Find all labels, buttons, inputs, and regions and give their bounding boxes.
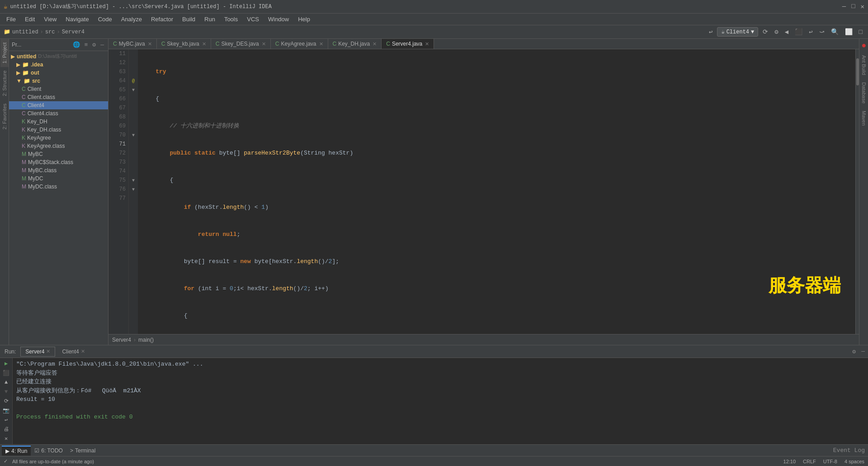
tree-item-keydh[interactable]: K Key_DH (9, 118, 108, 126)
tree-item-client-class[interactable]: C Client.class (9, 93, 108, 101)
fold-75[interactable]: ▼ (132, 178, 135, 183)
editor-scrollbar[interactable] (855, 49, 859, 334)
tree-item-mydc[interactable]: M MyDC (9, 174, 108, 183)
run-print-button[interactable]: 🖨 (2, 425, 11, 433)
refresh-icon[interactable]: ⟳ (761, 27, 770, 37)
tab-skey-kb[interactable]: C Skey_kb.java ✕ (157, 39, 211, 49)
ant-build-tab[interactable]: ● (858, 39, 868, 52)
sidebar-minimize-icon[interactable]: — (99, 41, 105, 49)
run-down-button[interactable]: ▼ (2, 388, 11, 395)
run-config-selector[interactable]: ☕ Client4 ▼ (717, 27, 758, 37)
tree-item-idea[interactable]: ▶ 📁 .idea (9, 61, 108, 69)
project-tab[interactable]: 1: Project (0, 39, 9, 67)
stop-icon[interactable]: ⬛ (793, 27, 804, 37)
server4-tab-close[interactable]: ✕ (425, 41, 429, 47)
mybc-tab-close[interactable]: ✕ (148, 41, 152, 47)
tree-item-keyagree[interactable]: K KeyAgree (9, 134, 108, 142)
nav-tab-terminal[interactable]: > Terminal (66, 446, 99, 455)
menu-item-tools[interactable]: Tools (220, 14, 242, 24)
run-close-btn[interactable]: ✕ (2, 435, 11, 442)
bottom-tab-server4[interactable]: Server4 ✕ (20, 347, 55, 357)
tab-server4[interactable]: C Server4.java ✕ (382, 39, 434, 49)
line-ending[interactable]: CRLF (803, 459, 816, 464)
client4-run-close[interactable]: ✕ (81, 348, 85, 354)
back-icon[interactable]: ↩ (707, 27, 714, 37)
database-tab[interactable]: Database (860, 79, 868, 107)
nav-tab-run[interactable]: ▶ 4: Run (2, 446, 31, 456)
revert-icon[interactable]: ◀ (783, 27, 790, 37)
menu-item-build[interactable]: Build (178, 14, 200, 24)
tab-key-dh[interactable]: C Key_DH.java ✕ (328, 39, 382, 49)
menu-item-file[interactable]: File (2, 14, 20, 24)
tree-item-mydc-class[interactable]: M MyDC.class (9, 183, 108, 191)
minimize-button[interactable]: — (842, 3, 846, 10)
skey-kb-tab-close[interactable]: ✕ (202, 41, 206, 47)
tree-item-mybcstack-class[interactable]: M MyBC$Stack.class (9, 158, 108, 166)
skey-des-tab-close[interactable]: ✕ (262, 41, 266, 47)
tree-item-src[interactable]: ▼ 📁 src (9, 77, 108, 85)
maven-tab[interactable]: Maven (860, 107, 868, 129)
tree-item-out[interactable]: ▶ 📁 out (9, 69, 108, 77)
settings-icon[interactable]: ⚙ (773, 27, 780, 37)
tree-item-client[interactable]: C Client (9, 85, 108, 93)
breadcrumb-src[interactable]: src (45, 29, 55, 35)
breadcrumb-main[interactable]: main() (138, 337, 154, 343)
tree-item-mybc[interactable]: M MyBC (9, 150, 108, 158)
indent-setting[interactable]: 4 spaces (844, 459, 864, 464)
event-log-label[interactable]: Event Log (832, 447, 866, 454)
run-wrap-button[interactable]: ↩ (2, 416, 11, 424)
scroll-thumb[interactable] (856, 58, 859, 85)
server4-run-close[interactable]: ✕ (46, 348, 50, 354)
breadcrumb-file[interactable]: Server4 (62, 29, 85, 35)
favorites-tab[interactable]: 2: Favorites (0, 100, 9, 133)
maximize-button[interactable]: □ (851, 3, 855, 10)
run-up-button[interactable]: ▲ (2, 379, 11, 386)
menu-item-navigate[interactable]: Navigate (61, 14, 93, 24)
menu-item-refactor[interactable]: Refactor (146, 14, 178, 24)
menu-item-code[interactable]: Code (94, 14, 117, 24)
ant-build-label[interactable]: Ant Build (860, 52, 868, 79)
fold-65[interactable]: ▼ (132, 88, 135, 93)
window-icon[interactable]: ⬜ (843, 27, 854, 37)
tree-item-untitled[interactable]: ▶ untitled D:\Java练习\untitl (9, 52, 108, 61)
code-editor[interactable]: 11 12 63 64 65 66 67 68 69 70 71 72 73 7… (108, 49, 859, 334)
fold-76[interactable]: ▼ (132, 187, 135, 192)
undo-icon[interactable]: ↩ (807, 27, 814, 37)
code-content[interactable]: try { // 十六进制和十进制转换 public static byte[]… (138, 49, 855, 334)
run-rerun-button[interactable]: ⟳ (2, 397, 11, 405)
menu-item-run[interactable]: Run (200, 14, 220, 24)
tab-mybc[interactable]: C MyBC.java ✕ (108, 39, 157, 49)
breadcrumb-project[interactable]: untitled (12, 29, 38, 35)
menu-item-view[interactable]: View (39, 14, 61, 24)
menu-item-edit[interactable]: Edit (20, 14, 39, 24)
tree-item-mybc-class[interactable]: M MyBC.class (9, 166, 108, 174)
cursor-position[interactable]: 12:10 (783, 459, 796, 464)
keyagree-tab-close[interactable]: ✕ (319, 41, 323, 47)
menu-item-analyze[interactable]: Analyze (117, 14, 146, 24)
menu-item-vcs[interactable]: VCS (242, 14, 264, 24)
menu-item-window[interactable]: Window (264, 14, 293, 24)
run-minimize-icon[interactable]: — (860, 348, 866, 356)
nav-tab-todo[interactable]: ☑ 6: TODO (31, 446, 66, 455)
tree-item-keydh-class[interactable]: K Key_DH.class (9, 126, 108, 134)
bottom-tab-client4[interactable]: Client4 ✕ (57, 347, 90, 357)
key-dh-tab-close[interactable]: ✕ (373, 41, 377, 47)
run-play-button[interactable]: ▶ (2, 360, 11, 367)
run-stop-button[interactable]: ⬛ (2, 369, 11, 377)
tree-item-client4-class[interactable]: C Client4.class (9, 109, 108, 118)
search-icon[interactable]: 🔍 (829, 27, 840, 37)
sidebar-gear-icon[interactable]: ⚙ (91, 41, 97, 49)
tab-keyagree[interactable]: C KeyAgree.java ✕ (271, 39, 328, 49)
redo-icon[interactable]: ⤻ (817, 27, 826, 37)
run-capture-button[interactable]: 📷 (2, 407, 11, 414)
fold-70[interactable]: ▼ (132, 133, 135, 138)
structure-tab[interactable]: 2: Structure (0, 67, 9, 100)
encoding[interactable]: UTF-8 (823, 459, 837, 464)
tab-skey-des[interactable]: C Skey_DES.java ✕ (211, 39, 271, 49)
sidebar-list-icon[interactable]: ≡ (83, 41, 90, 49)
tree-item-client4[interactable]: C Client4 (9, 101, 108, 109)
run-settings-icon[interactable]: ⚙ (851, 348, 857, 356)
close-button[interactable]: ✕ (861, 3, 864, 10)
sidebar-globe-icon[interactable]: 🌐 (71, 41, 81, 49)
expand-icon[interactable]: □ (857, 28, 864, 37)
